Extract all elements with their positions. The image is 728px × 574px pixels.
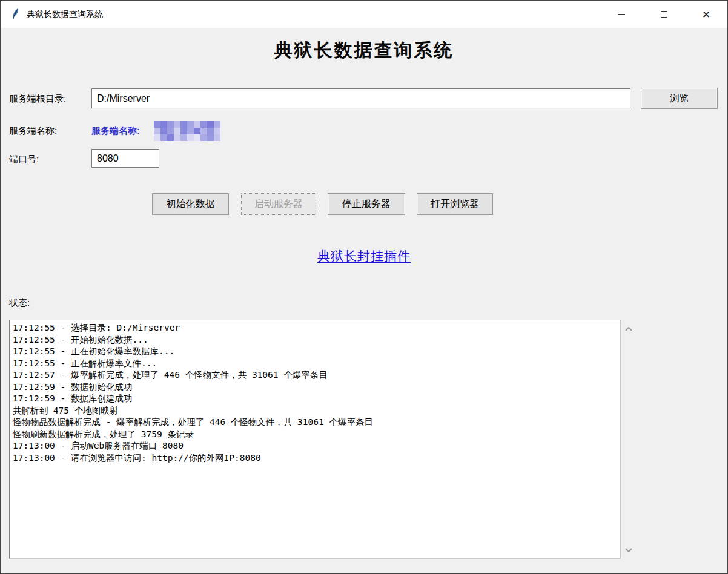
window-controls: ✕ [600,1,727,28]
page-title: 典狱长数据查询系统 [1,38,727,63]
action-button-row: 初始化数据 启动服务器 停止服务器 打开浏览器 [1,193,727,215]
log-line: 17:12:55 - 选择目录: D:/Mirserver [13,322,617,334]
log-line: 共解析到 475 个地图映射 [13,405,617,417]
log-line: 17:12:57 - 爆率解析完成，处理了 446 个怪物文件，共 31061 … [13,369,617,381]
port-label: 端口号: [9,154,39,165]
start-server-button[interactable]: 启动服务器 [241,193,316,215]
server-name-label: 服务端名称: [9,125,57,137]
maximize-button[interactable] [643,1,685,28]
log-line: 17:12:55 - 正在初始化爆率数据库... [13,346,617,358]
plugin-link-wrap: 典狱长封挂插件 [1,248,727,265]
log-line: 17:12:59 - 数据库创建成功 [13,393,617,405]
plugin-link[interactable]: 典狱长封挂插件 [317,249,411,263]
port-input[interactable] [91,149,159,168]
status-label: 状态: [9,297,30,309]
log-line: 17:13:00 - 启动Web服务器在端口 8080 [13,440,617,452]
init-data-button[interactable]: 初始化数据 [152,193,229,215]
window-title: 典狱长数据查询系统 [27,9,103,20]
log-scrollbar[interactable] [621,320,636,559]
log-line: 17:12:55 - 开始初始化数据... [13,334,617,346]
log-line: 17:13:00 - 请在浏览器中访问: http://你的外网IP:8080 [13,452,617,464]
title-bar: 典狱长数据查询系统 ✕ [1,1,727,28]
log-line: 17:12:59 - 数据初始化成功 [13,381,617,394]
scroll-down-icon[interactable] [621,543,636,556]
scroll-up-icon[interactable] [621,322,636,335]
root-dir-label: 服务端根目录: [9,93,66,105]
root-dir-input[interactable] [91,88,630,108]
minimize-button[interactable] [600,1,643,28]
stop-server-button[interactable]: 停止服务器 [328,193,405,215]
app-window: 典狱长数据查询系统 ✕ 典狱长数据查询系统 服务端根目录: 浏览 服务端名称: … [0,0,728,574]
open-browser-button[interactable]: 打开浏览器 [417,193,493,215]
browse-button[interactable]: 浏览 [641,88,718,109]
log-line: 17:12:55 - 正在解析爆率文件... [13,358,617,370]
close-button[interactable]: ✕ [685,1,727,28]
server-name-redacted-blocks [154,121,220,141]
log-line: 怪物刷新数据解析完成，处理了 3759 条记录 [13,429,617,441]
python-feather-icon [11,8,21,21]
status-log-textarea[interactable]: 17:12:55 - 选择目录: D:/Mirserver17:12:55 - … [9,320,621,559]
server-name-value-label: 服务端名称: [91,125,140,137]
log-line: 怪物物品数据解析完成 - 爆率解析完成，处理了 446 个怪物文件，共 3106… [13,417,617,429]
